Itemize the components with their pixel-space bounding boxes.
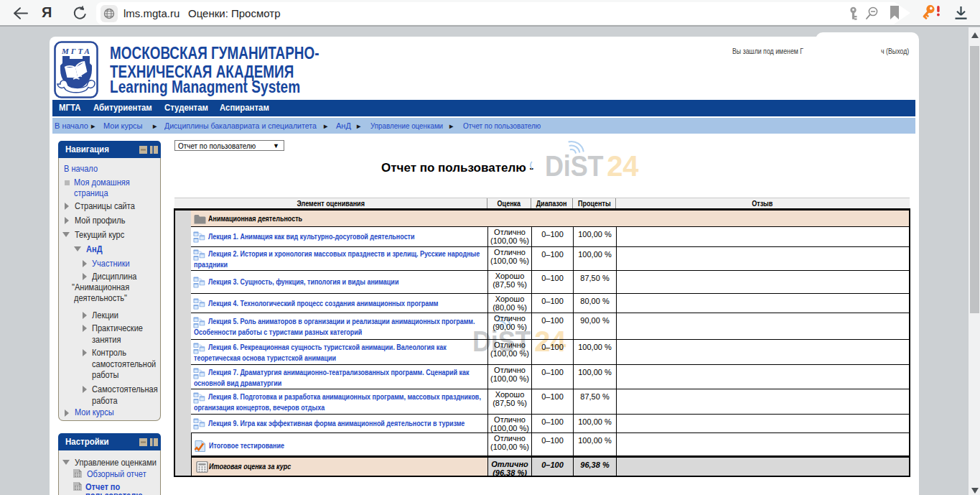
svg-text:МГТА: МГТА — [61, 47, 92, 55]
